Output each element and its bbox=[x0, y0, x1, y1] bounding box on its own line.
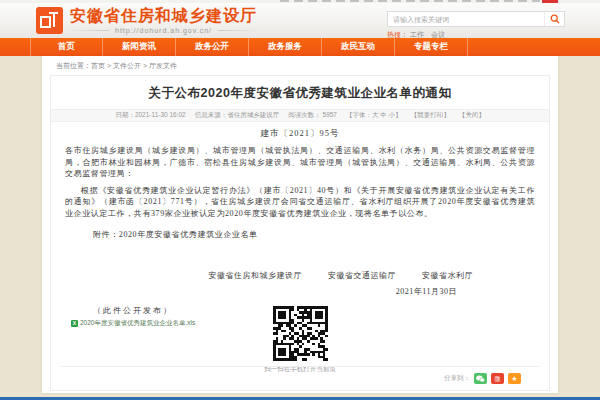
meta-date: 日期：2021-11-30 16:02 bbox=[115, 111, 185, 120]
share-wechat-button[interactable] bbox=[474, 373, 487, 384]
nav-item-gov-info[interactable]: 政务公开 bbox=[176, 38, 249, 56]
hot-search-terms[interactable]: 工作 会议 bbox=[410, 31, 445, 38]
nav-item-home[interactable]: 首页 bbox=[30, 38, 103, 56]
body-paragraph: 各市住房城乡建设局（城乡建设局）、城市管理局（城管执法局）、交通运输局、水利（水… bbox=[65, 145, 535, 180]
top-links-clipped bbox=[280, 0, 540, 2]
close-button[interactable]: 【关闭】 bbox=[459, 111, 485, 120]
site-url: http://dohurd.ah.gov.cn/ bbox=[70, 27, 257, 34]
wechat-icon bbox=[476, 375, 485, 383]
search-button[interactable] bbox=[544, 12, 564, 26]
article-card: 关于公布2020年度安徽省优秀建筑业企业名单的通知 日期：2021-11-30 … bbox=[50, 75, 550, 391]
search-box bbox=[387, 11, 565, 27]
site-logo[interactable]: 安徽省住房和城乡建设厅 http://dohurd.ah.gov.cn/ bbox=[36, 7, 257, 34]
signer-water-dept: 安徽省水利厅 bbox=[422, 270, 473, 281]
logo-icon bbox=[36, 7, 63, 34]
body-paragraph: 根据《安徽省优秀建筑业企业认定暂行办法》（建市〔2021〕40号）和《关于开展安… bbox=[65, 185, 535, 220]
share-weibo-button[interactable]: 微 bbox=[491, 373, 504, 384]
meta-views: 阅读次数： 5957 bbox=[288, 111, 337, 120]
article-meta-bar: 日期：2021-11-30 16:02 信息来源：省住房城乡建设厅 阅读次数： … bbox=[51, 109, 549, 122]
share-label: 分享到： bbox=[444, 374, 470, 383]
qr-code bbox=[273, 306, 328, 361]
breadcrumb[interactable]: 当前位置：首页 > 文件公开 > 厅发文件 bbox=[42, 56, 558, 75]
nav-item-news[interactable]: 新闻资讯 bbox=[103, 38, 176, 56]
share-favorite-button[interactable]: ★ bbox=[508, 373, 521, 384]
font-size-control[interactable]: 【字体：大 中 小】 bbox=[346, 111, 402, 120]
nav-item-special[interactable]: 专题专栏 bbox=[395, 38, 468, 56]
qr-block: 扫一扫在手机打开当前页 bbox=[51, 306, 549, 374]
site-header: 安徽省住房和城乡建设厅 http://dohurd.ah.gov.cn/ 热搜：… bbox=[0, 3, 600, 38]
nav-item-gov-service[interactable]: 政务服务 bbox=[249, 38, 322, 56]
nav-item-interaction[interactable]: 政民互动 bbox=[322, 38, 395, 56]
content-wrapper: 当前位置：首页 > 文件公开 > 厅发文件 关于公布2020年度安徽省优秀建筑业… bbox=[42, 56, 558, 393]
document-number: 建市〔2021〕95号 bbox=[65, 128, 535, 140]
attachment-reference-line: 附件：2020年度安徽省优秀建筑业企业名单 bbox=[93, 229, 535, 240]
hot-search-label: 热搜： bbox=[387, 31, 408, 38]
search-icon bbox=[550, 14, 560, 24]
signature-date: 2021年11月30日 bbox=[65, 286, 535, 297]
site-title: 安徽省住房和城乡建设厅 bbox=[70, 7, 257, 25]
search-input[interactable] bbox=[388, 12, 544, 26]
article-title: 关于公布2020年度安徽省优秀建筑业企业名单的通知 bbox=[51, 76, 549, 102]
signature-row: 安徽省住房和城乡建设厅 安徽省交通运输厅 安徽省水利厅 bbox=[65, 270, 535, 281]
share-row: 分享到： 微 ★ bbox=[61, 366, 539, 384]
meta-source: 信息来源：省住房城乡建设厅 bbox=[195, 111, 280, 120]
signer-construction-dept: 安徽省住房和城乡建设厅 bbox=[209, 270, 303, 281]
signer-transport-dept: 安徽省交通运输厅 bbox=[328, 270, 396, 281]
print-button[interactable]: 【我要打印】 bbox=[411, 111, 450, 120]
main-nav: 首页 新闻资讯 政务公开 政务服务 政民互动 专题专栏 bbox=[0, 38, 600, 56]
